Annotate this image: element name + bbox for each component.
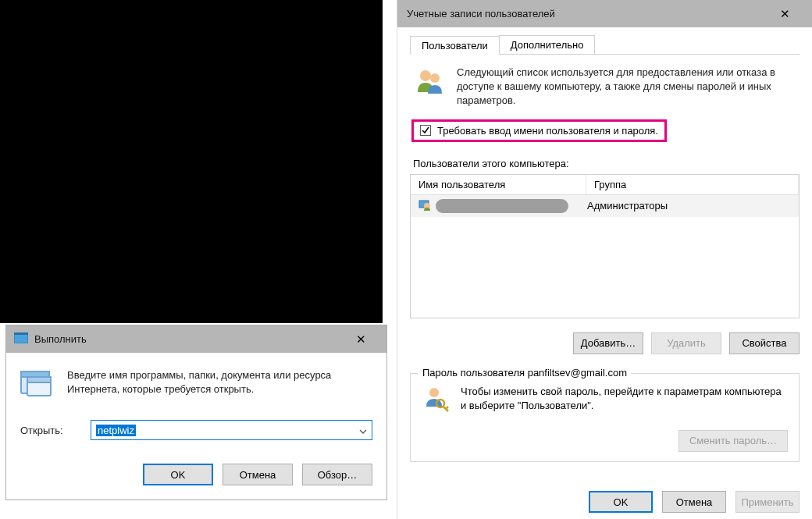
close-icon[interactable]: ✕ xyxy=(767,7,803,21)
svg-rect-5 xyxy=(27,377,51,382)
uac-title: Учетные записи пользователей xyxy=(407,8,767,20)
key-user-icon xyxy=(422,385,450,416)
run-description: Введите имя программы, папки, документа … xyxy=(67,368,372,396)
users-list-label: Пользователи этого компьютера: xyxy=(413,158,796,169)
table-row[interactable]: Администраторы xyxy=(411,195,799,217)
cancel-button[interactable]: Отмена xyxy=(662,491,726,513)
open-label: Открыть: xyxy=(20,425,75,436)
uac-titlebar: Учетные записи пользователей ✕ xyxy=(397,0,812,27)
require-credentials-checkbox[interactable] xyxy=(420,125,431,136)
svg-rect-1 xyxy=(14,332,28,335)
open-input-value: netplwiz xyxy=(96,425,136,436)
user-row-icon xyxy=(418,198,431,214)
run-titlebar: Выполнить ✕ xyxy=(6,325,386,353)
tab-advanced[interactable]: Дополнительно xyxy=(499,35,596,54)
require-credentials-label[interactable]: Требовать ввод имени пользователя и паро… xyxy=(437,125,658,137)
col-group[interactable]: Группа xyxy=(586,175,799,194)
close-icon[interactable]: ✕ xyxy=(344,332,379,347)
tab-users[interactable]: Пользователи xyxy=(410,36,500,55)
uac-description: Следующий список используется для предос… xyxy=(457,66,795,108)
run-app-icon xyxy=(20,368,53,398)
dialog-footer: OK Отмена Применить xyxy=(589,491,800,513)
password-section: Пароль пользователя panfiltsev@gmail.com… xyxy=(410,373,800,462)
change-password-button: Сменить пароль… xyxy=(678,430,788,452)
users-icon xyxy=(415,66,446,108)
require-credentials-highlight: Требовать ввод имени пользователя и паро… xyxy=(411,119,667,142)
open-input[interactable]: netplwiz xyxy=(91,420,372,440)
add-button[interactable]: Добавить… xyxy=(573,332,643,354)
browse-button[interactable]: Обзор… xyxy=(302,464,372,485)
chevron-down-icon[interactable] xyxy=(359,423,367,437)
username-redacted xyxy=(436,199,568,213)
run-window-icon xyxy=(14,332,28,347)
password-text: Чтобы изменить свой пароль, перейдите к … xyxy=(461,385,788,413)
password-legend: Пароль пользователя panfiltsev@gmail.com xyxy=(418,367,631,379)
properties-button[interactable]: Свойства xyxy=(729,332,800,354)
desktop-background xyxy=(0,0,383,323)
ok-button[interactable]: OK xyxy=(143,464,213,485)
run-title: Выполнить xyxy=(34,333,344,345)
svg-point-10 xyxy=(429,388,439,397)
cancel-button[interactable]: Отмена xyxy=(223,464,293,485)
col-username[interactable]: Имя пользователя xyxy=(411,175,586,194)
apply-button: Применить xyxy=(735,491,800,513)
users-list: Имя пользователя Группа Администраторы xyxy=(410,174,800,318)
svg-point-6 xyxy=(420,70,431,81)
svg-point-7 xyxy=(430,73,440,83)
run-dialog: Выполнить ✕ Введите имя программы, папки… xyxy=(5,325,387,500)
user-group-cell: Администраторы xyxy=(587,200,668,212)
ok-button[interactable]: OK xyxy=(589,491,653,513)
users-list-header: Имя пользователя Группа xyxy=(411,175,799,195)
tab-row: Пользователи Дополнительно xyxy=(410,35,800,55)
user-accounts-dialog: Учетные записи пользователей ✕ Пользоват… xyxy=(397,0,812,519)
remove-button: Удалить xyxy=(651,332,721,354)
svg-rect-3 xyxy=(21,371,49,377)
